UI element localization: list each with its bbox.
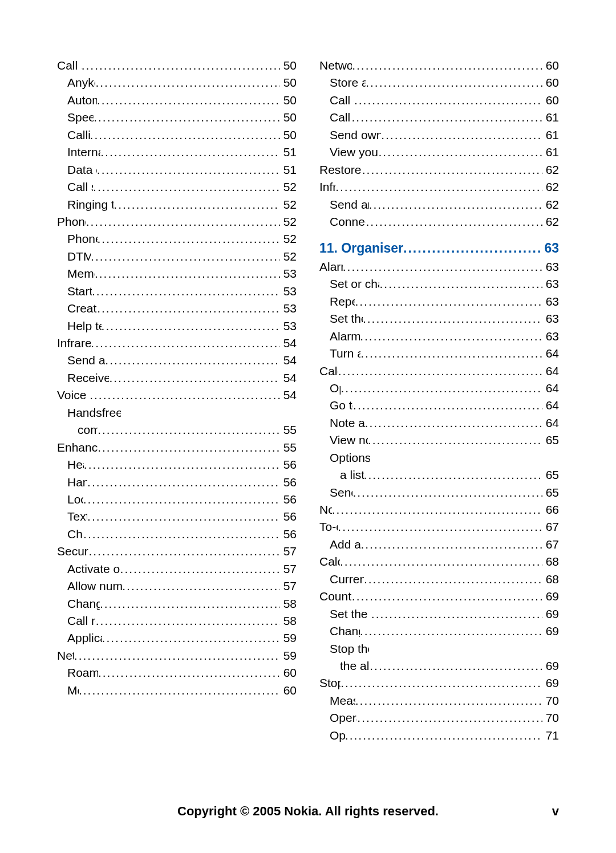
toc-entry-label: Restore factory settings (319, 161, 362, 178)
toc-entry-page: 65 (542, 466, 559, 484)
toc-entry[interactable]: Call waiting61 (319, 109, 559, 126)
toc-entry-label: Create a banner (67, 300, 97, 317)
toc-entry[interactable]: Speed dialling50 (57, 109, 297, 126)
toc-entry[interactable]: commands55 (57, 421, 297, 438)
toc-entry[interactable]: Send a note65 (319, 484, 559, 501)
toc-entry[interactable]: Connection indicator62 (319, 213, 559, 230)
toc-entry[interactable]: Send a business card54 (57, 352, 297, 369)
toc-entry[interactable]: Set the countdown timer69 (319, 606, 559, 623)
toc-entry[interactable]: International prefix51 (57, 144, 297, 161)
toc-entry-page: 61 (542, 144, 559, 161)
toc-entry-label: Options while viewing (330, 449, 370, 466)
toc-entry[interactable]: Stop the timer before (319, 640, 559, 657)
toc-entry-page: 61 (542, 127, 559, 144)
toc-entry-label: Phone settings (57, 213, 86, 230)
toc-entry[interactable]: Note a specific date64 (319, 415, 559, 432)
toc-entry[interactable]: Call restrictions58 (57, 612, 297, 629)
toc-entry[interactable]: Memory status53 (57, 265, 297, 282)
toc-entry[interactable]: Application settings59 (57, 629, 297, 647)
toc-leader-dots (360, 623, 542, 640)
toc-entry[interactable]: Textphone56 (57, 508, 297, 525)
toc-entry[interactable]: Infrared activation54 (57, 335, 297, 352)
toc-entry-label: Stopwatch (319, 675, 341, 692)
toc-entry[interactable]: Activate or deactivate phone lock57 (57, 560, 297, 578)
toc-entry[interactable]: Stopwatch69 (319, 675, 559, 692)
toc-entry[interactable]: Change the time69 (319, 623, 559, 640)
toc-leader-dots (82, 57, 280, 74)
toc-entry-page: 67 (542, 536, 559, 553)
toc-leader-dots (120, 560, 280, 578)
toc-leader-dots (352, 588, 542, 605)
toc-entry[interactable]: Enhancement settings55 (57, 439, 297, 456)
toc-entry[interactable]: Help text activation53 (57, 318, 297, 335)
toc-entry[interactable]: Calling card50 (57, 127, 297, 144)
toc-entry[interactable]: Countdown timer69 (319, 588, 559, 605)
toc-entry[interactable]: Change lock code58 (57, 595, 297, 612)
toc-leader-dots (114, 196, 279, 213)
toc-entry[interactable]: Alarm clock63 (319, 258, 559, 275)
toc-leader-dots (357, 709, 542, 726)
toc-entry[interactable]: Mode60 (57, 682, 297, 699)
toc-entry[interactable]: Call diverting60 (319, 92, 559, 109)
toc-entry[interactable]: Open64 (319, 380, 559, 397)
toc-entry[interactable]: Voice commands54 (57, 387, 297, 404)
toc-entry[interactable]: Create a banner53 (57, 300, 297, 317)
toc-entry[interactable]: Network59 (57, 647, 297, 664)
toc-entry[interactable]: Alarm conditions63 (319, 328, 559, 345)
toc-entry-label: Help text activation (67, 318, 102, 335)
toc-entry[interactable]: View your own phone number61 (319, 144, 559, 161)
toc-entry[interactable]: Security settings57 (57, 543, 297, 560)
toc-entry[interactable]: Send own caller ID when calling61 (319, 127, 559, 144)
toc-entry[interactable]: Call summary52 (57, 178, 297, 196)
toc-entry[interactable]: Call settings50 (57, 57, 297, 74)
toc-entry[interactable]: Anykey answer50 (57, 74, 297, 91)
toc-entry[interactable]: the alarm sounds69 (319, 657, 559, 675)
toc-entry[interactable]: Measure time70 (319, 692, 559, 709)
toc-entry[interactable]: Allow numbers when phone locked57 (57, 578, 297, 595)
toc-entry[interactable]: a list of notes65 (319, 466, 559, 484)
toc-entry[interactable]: Roaming options60 (57, 664, 297, 681)
toc-entry[interactable]: Charger56 (57, 526, 297, 543)
toc-entry[interactable]: Infrared62 (319, 178, 559, 196)
toc-entry[interactable]: Operation note70 (319, 709, 559, 726)
toc-entry[interactable]: Options while viewing (319, 449, 559, 466)
toc-leader-dots (79, 682, 280, 699)
toc-entry[interactable]: Phone language52 (57, 230, 297, 247)
toc-entry-label: Add a To-do note (330, 536, 360, 553)
toc-entry[interactable]: Data or fax calls51 (57, 161, 297, 178)
toc-entry[interactable]: Handsfree operation with voice (57, 404, 297, 421)
toc-entry[interactable]: Go to a date64 (319, 397, 559, 414)
toc-entry[interactable]: View notes (day view)65 (319, 432, 559, 449)
toc-entry[interactable]: DTMF tones52 (57, 248, 297, 265)
toc-entry[interactable]: Network services60 (319, 57, 559, 74)
toc-entry[interactable]: Add a To-do note67 (319, 536, 559, 553)
toc-leader-dots (345, 727, 542, 744)
toc-entry[interactable]: To-do list67 (319, 518, 559, 535)
toc-entry[interactable]: Repeat alarm63 (319, 293, 559, 310)
toc-leader-dots (379, 275, 542, 293)
toc-entry[interactable]: Currency converter68 (319, 571, 559, 588)
toc-entry[interactable]: Send and receive data62 (319, 196, 559, 213)
toc-entry-page: 56 (280, 456, 297, 473)
toc-entry[interactable]: Options71 (319, 727, 559, 744)
toc-entry[interactable]: Receive a business card54 (57, 369, 297, 387)
toc-entry-page: 55 (280, 439, 297, 456)
toc-chapter-heading[interactable]: 11. Organiser63 (319, 238, 559, 258)
toc-entry[interactable]: Headset56 (57, 456, 297, 473)
toc-entry[interactable]: Restore factory settings62 (319, 161, 559, 178)
toc-entry[interactable]: Automatic redial50 (57, 92, 297, 109)
toc-entry[interactable]: Handsfree56 (57, 474, 297, 491)
toc-entry[interactable]: Turn an alarm off64 (319, 345, 559, 362)
toc-entry[interactable]: Set or change an alarm setting63 (319, 275, 559, 293)
toc-entry[interactable]: Calculator68 (319, 553, 559, 570)
toc-entry-label: Connection indicator (330, 213, 366, 230)
toc-entry[interactable]: Loopset56 (57, 491, 297, 508)
toc-entry[interactable]: Notes66 (319, 501, 559, 518)
toc-entry[interactable]: Ringing tone for no caller ID52 (57, 196, 297, 213)
toc-entry[interactable]: Set the alarm tone63 (319, 310, 559, 327)
toc-entry[interactable]: Calendar64 (319, 363, 559, 380)
toc-entry[interactable]: Start-up tone53 (57, 283, 297, 300)
toc-entry[interactable]: Store a feature code60 (319, 74, 559, 91)
toc-entry[interactable]: Phone settings52 (57, 213, 297, 230)
toc-column-left: Call settings50Anykey answer50Automatic … (57, 57, 297, 744)
